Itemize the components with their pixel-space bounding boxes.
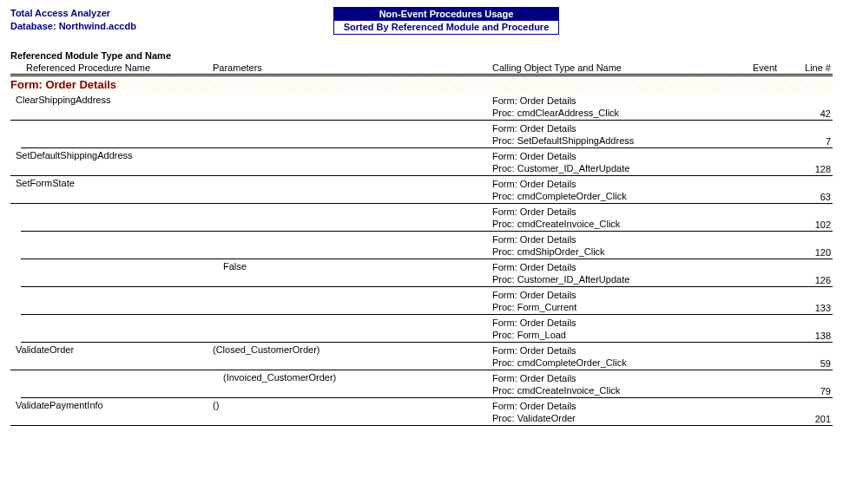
col-header-params: Parameters	[213, 62, 492, 73]
data-row: SetFormStateForm: Order DetailsProc: cmd…	[10, 176, 833, 204]
left-header-block: Total Access Analyzer Database: Northwin…	[10, 7, 333, 35]
calling-proc: Proc: Customer_ID_AfterUpdate	[492, 273, 753, 285]
row-event	[753, 233, 796, 258]
row-parameters	[213, 95, 492, 119]
calling-form: Form: Order Details	[492, 150, 753, 162]
row-proc-name	[21, 289, 223, 313]
col-header-calling: Calling Object Type and Name	[492, 62, 753, 73]
calling-form: Form: Order Details	[492, 261, 753, 273]
row-line-number: 201	[796, 400, 833, 424]
title-bottom: Sorted By Referenced Module and Procedur…	[334, 21, 558, 34]
col-header-proc: Referenced Procedure Name	[10, 62, 213, 73]
row-parameters: ()	[213, 400, 492, 424]
row-calling-object: Form: Order DetailsProc: SetDefaultShipp…	[492, 122, 753, 147]
row-parameters: (Closed_CustomerOrder)	[213, 344, 492, 369]
row-event	[753, 372, 796, 396]
data-row: FalseForm: Order DetailsProc: Customer_I…	[21, 259, 833, 287]
row-proc-name	[21, 206, 223, 230]
report-header: Total Access Analyzer Database: Northwin…	[10, 7, 833, 35]
row-event	[753, 206, 796, 230]
row-line-number: 79	[796, 372, 833, 396]
calling-proc: Proc: Form_Current	[492, 301, 753, 313]
section-heading: Referenced Module Type and Name	[10, 50, 833, 61]
row-calling-object: Form: Order DetailsProc: cmdShipOrder_Cl…	[492, 233, 753, 258]
calling-proc: Proc: cmdClearAddress_Click	[492, 107, 753, 119]
calling-form: Form: Order Details	[492, 95, 753, 107]
row-calling-object: Form: Order DetailsProc: Customer_ID_Aft…	[492, 261, 753, 285]
row-event	[753, 95, 796, 119]
row-parameters: (Invoiced_CustomerOrder)	[223, 372, 492, 396]
calling-proc: Proc: cmdCompleteOrder_Click	[492, 357, 753, 369]
data-row: Form: Order DetailsProc: Form_Current133	[21, 287, 833, 315]
calling-proc: Proc: ValidateOrder	[492, 412, 753, 424]
row-parameters	[223, 233, 492, 258]
row-line-number: 59	[796, 344, 833, 369]
calling-form: Form: Order Details	[492, 289, 753, 301]
row-event	[753, 150, 796, 174]
row-event	[753, 261, 796, 285]
row-event	[753, 344, 796, 369]
row-line-number: 128	[796, 150, 833, 174]
row-calling-object: Form: Order DetailsProc: cmdClearAddress…	[492, 95, 753, 119]
row-line-number: 102	[796, 206, 833, 230]
col-header-event: Event	[753, 62, 796, 73]
row-line-number: 120	[796, 233, 833, 258]
calling-form: Form: Order Details	[492, 400, 753, 412]
data-row: ValidateOrder(Closed_CustomerOrder)Form:…	[10, 343, 833, 370]
row-calling-object: Form: Order DetailsProc: cmdCreateInvoic…	[492, 372, 753, 396]
row-event	[753, 178, 796, 202]
row-calling-object: Form: Order DetailsProc: cmdCompleteOrde…	[492, 344, 753, 369]
row-proc-name	[21, 372, 223, 396]
row-calling-object: Form: Order DetailsProc: cmdCompleteOrde…	[492, 178, 753, 202]
row-line-number: 7	[796, 122, 833, 147]
row-line-number: 63	[796, 178, 833, 202]
row-parameters	[223, 122, 492, 147]
data-row: Form: Order DetailsProc: Form_Load138	[21, 315, 833, 343]
row-proc-name	[21, 261, 223, 285]
data-row: Form: Order DetailsProc: cmdCreateInvoic…	[21, 204, 833, 232]
calling-proc: Proc: cmdCreateInvoice_Click	[492, 384, 753, 396]
calling-form: Form: Order Details	[492, 122, 753, 134]
calling-form: Form: Order Details	[492, 372, 753, 384]
calling-proc: Proc: cmdCreateInvoice_Click	[492, 218, 753, 230]
row-proc-name: ValidatePaymentInfo	[10, 400, 213, 424]
row-parameters: False	[223, 261, 492, 285]
row-line-number: 42	[796, 95, 833, 119]
calling-proc: Proc: SetDefaultShippingAddress	[492, 134, 753, 147]
data-row: SetDefaultShippingAddressForm: Order Det…	[10, 148, 833, 176]
calling-proc: Proc: Customer_ID_AfterUpdate	[492, 162, 753, 174]
row-parameters	[223, 206, 492, 230]
group-header: Form: Order Details	[10, 76, 833, 93]
row-proc-name	[21, 122, 223, 147]
calling-proc: Proc: cmdCompleteOrder_Click	[492, 190, 753, 202]
data-row: Form: Order DetailsProc: SetDefaultShipp…	[21, 121, 833, 148]
column-headers: Referenced Procedure Name Parameters Cal…	[10, 62, 833, 76]
row-calling-object: Form: Order DetailsProc: Form_Load	[492, 317, 753, 341]
row-calling-object: Form: Order DetailsProc: cmdCreateInvoic…	[492, 206, 753, 230]
col-header-line: Line #	[796, 62, 833, 73]
row-parameters	[213, 150, 492, 174]
row-event	[753, 122, 796, 147]
row-calling-object: Form: Order DetailsProc: Form_Current	[492, 289, 753, 313]
data-row: ValidatePaymentInfo()Form: Order Details…	[10, 398, 833, 426]
row-calling-object: Form: Order DetailsProc: Customer_ID_Aft…	[492, 150, 753, 174]
calling-form: Form: Order Details	[492, 317, 753, 329]
row-event	[753, 400, 796, 424]
row-event	[753, 289, 796, 313]
row-calling-object: Form: Order DetailsProc: ValidateOrder	[492, 400, 753, 424]
app-name: Total Access Analyzer	[10, 7, 333, 20]
calling-form: Form: Order Details	[492, 178, 753, 190]
row-proc-name: ValidateOrder	[10, 344, 213, 369]
calling-form: Form: Order Details	[492, 344, 753, 357]
row-proc-name: ClearShippingAddress	[10, 95, 213, 119]
data-row: (Invoiced_CustomerOrder)Form: Order Deta…	[21, 370, 833, 398]
calling-form: Form: Order Details	[492, 233, 753, 245]
row-parameters	[223, 317, 492, 341]
calling-proc: Proc: Form_Load	[492, 329, 753, 341]
row-proc-name: SetFormState	[10, 178, 213, 202]
calling-form: Form: Order Details	[492, 206, 753, 218]
row-line-number: 126	[796, 261, 833, 285]
row-event	[753, 317, 796, 341]
row-proc-name	[21, 233, 223, 258]
row-parameters	[213, 178, 492, 202]
